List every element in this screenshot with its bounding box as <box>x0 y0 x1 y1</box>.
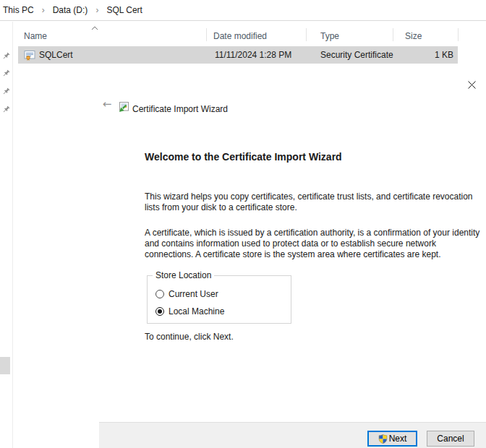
wizard-description-text: A certificate, which is issued by a cert… <box>145 228 481 260</box>
chevron-right-icon: › <box>42 5 45 15</box>
dialog-footer: Next Cancel <box>99 422 486 448</box>
explorer-window: This PC › Data (D:) › SQL Cert Name Date… <box>0 0 486 448</box>
next-button-label: Next <box>389 434 407 444</box>
breadcrumb-this-pc[interactable]: This PC <box>3 5 34 15</box>
column-divider <box>206 28 207 41</box>
radio-checked-icon[interactable] <box>155 307 164 316</box>
next-button[interactable]: Next <box>367 431 417 447</box>
column-header-type[interactable]: Type <box>320 31 339 41</box>
column-header-date-modified[interactable]: Date modified <box>213 31 267 41</box>
radio-local-machine[interactable]: Local Machine <box>155 306 224 316</box>
radio-label: Current User <box>169 289 218 299</box>
breadcrumb: This PC › Data (D:) › SQL Cert <box>0 0 486 21</box>
column-divider <box>458 28 459 41</box>
continue-hint-text: To continue, click Next. <box>145 332 234 342</box>
pushpin-icon[interactable] <box>1 87 10 96</box>
cancel-button[interactable]: Cancel <box>427 431 474 447</box>
certificate-file-icon <box>24 49 35 63</box>
pushpin-icon[interactable] <box>1 105 10 114</box>
close-icon[interactable] <box>466 79 477 90</box>
certificate-import-wizard-icon <box>117 102 129 116</box>
pushpin-icon[interactable] <box>1 69 10 78</box>
radio-label: Local Machine <box>169 306 224 316</box>
cancel-button-label: Cancel <box>437 434 464 444</box>
pushpin-icon[interactable] <box>1 52 10 61</box>
breadcrumb-data-drive[interactable]: Data (D:) <box>53 5 88 15</box>
store-location-legend: Store Location <box>153 270 214 280</box>
file-type: Security Certificate <box>320 50 393 60</box>
breadcrumb-sql-cert[interactable]: SQL Cert <box>106 5 142 15</box>
radio-icon[interactable] <box>155 290 164 298</box>
column-header-size[interactable]: Size <box>405 31 422 41</box>
column-header-name[interactable]: Name <box>24 31 47 41</box>
certificate-import-wizard-dialog: ← Certificate Import Wizard Welcome to t… <box>99 72 486 448</box>
file-date-modified: 11/11/2024 1:28 PM <box>215 50 291 60</box>
nav-pane-divider <box>12 22 13 448</box>
chevron-right-icon: › <box>95 5 98 15</box>
file-size: 1 KB <box>435 50 453 60</box>
store-location-groupbox: Store Location Current User Local Machin… <box>147 275 291 324</box>
nav-pane-selected-item[interactable] <box>0 357 10 374</box>
table-row[interactable]: SQLCert 11/11/2024 1:28 PM Security Cert… <box>18 46 458 64</box>
column-divider <box>393 28 393 41</box>
dialog-title: Certificate Import Wizard <box>132 104 228 114</box>
radio-current-user[interactable]: Current User <box>155 289 218 299</box>
sort-ascending-icon <box>91 22 98 33</box>
column-divider <box>306 28 307 41</box>
back-arrow-icon[interactable]: ← <box>101 98 114 110</box>
uac-shield-icon <box>378 434 388 444</box>
file-name: SQLCert <box>39 50 73 60</box>
wizard-intro-text: This wizard helps you copy certificates,… <box>145 191 481 213</box>
wizard-welcome-heading: Welcome to the Certificate Import Wizard <box>145 151 342 163</box>
